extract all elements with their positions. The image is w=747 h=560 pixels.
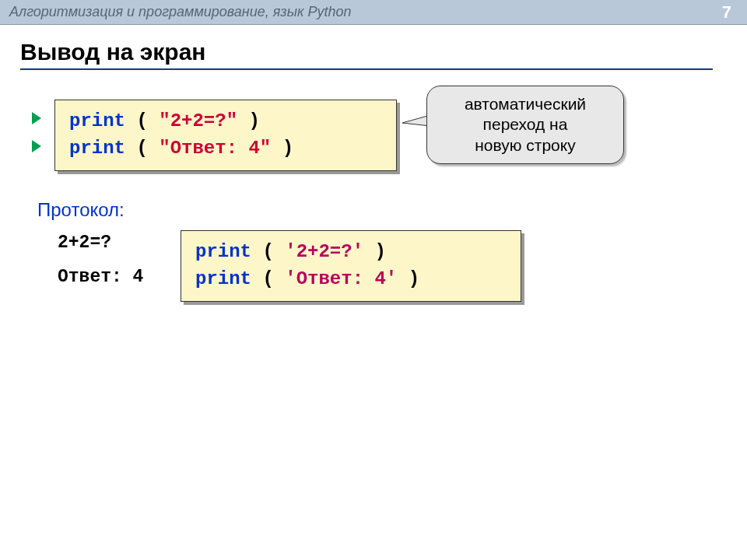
protocol-section: Протокол: 2+2=? Ответ: 4	[37, 199, 143, 301]
keyword: print	[195, 268, 251, 289]
paren-open: (	[125, 138, 159, 159]
callout-text: новую строку	[437, 135, 614, 156]
string-literal: "2+2=?"	[159, 110, 237, 131]
header-title: Алгоритмизация и программирование, язык …	[9, 4, 351, 20]
keyword: print	[195, 241, 251, 262]
code-block-double-quotes: print ( "2+2=?" ) print ( "Ответ: 4" )	[54, 100, 397, 171]
keyword: print	[69, 110, 125, 131]
code-line: print ( "Ответ: 4" )	[69, 135, 382, 163]
paren-close: )	[363, 241, 386, 262]
code-line: print ( 'Ответ: 4' )	[195, 266, 507, 293]
string-literal: '2+2=?'	[285, 241, 363, 262]
paren-close: )	[397, 268, 419, 289]
code-line: print ( '2+2=?' )	[195, 239, 507, 266]
code-line: print ( "2+2=?" )	[69, 108, 382, 135]
slide-content: print ( "2+2=?" ) print ( "Ответ: 4" ) а…	[0, 76, 747, 100]
callout-bubble: автоматический переход на новую строку	[426, 86, 624, 164]
code-block-single-quotes: print ( '2+2=?' ) print ( 'Ответ: 4' )	[181, 230, 521, 302]
callout-text: переход на	[437, 114, 614, 135]
string-literal: 'Ответ: 4'	[285, 268, 397, 289]
slide-header: Алгоритмизация и программирование, язык …	[0, 0, 747, 25]
string-literal: "Ответ: 4"	[159, 138, 271, 159]
paren-open: (	[251, 268, 285, 289]
paren-open: (	[251, 241, 285, 262]
page-number: 7	[722, 2, 731, 23]
output-line: Ответ: 4	[58, 267, 143, 287]
page-title: Вывод на экран	[20, 39, 713, 70]
bullet-icon	[32, 140, 41, 152]
paren-open: (	[125, 110, 159, 131]
paren-close: )	[271, 138, 293, 159]
bullet-icon	[32, 112, 41, 124]
keyword: print	[69, 138, 125, 159]
callout-text: автоматический	[437, 94, 614, 114]
protocol-label: Протокол:	[37, 199, 143, 221]
paren-close: )	[237, 110, 260, 131]
output-line: 2+2=?	[58, 233, 143, 253]
